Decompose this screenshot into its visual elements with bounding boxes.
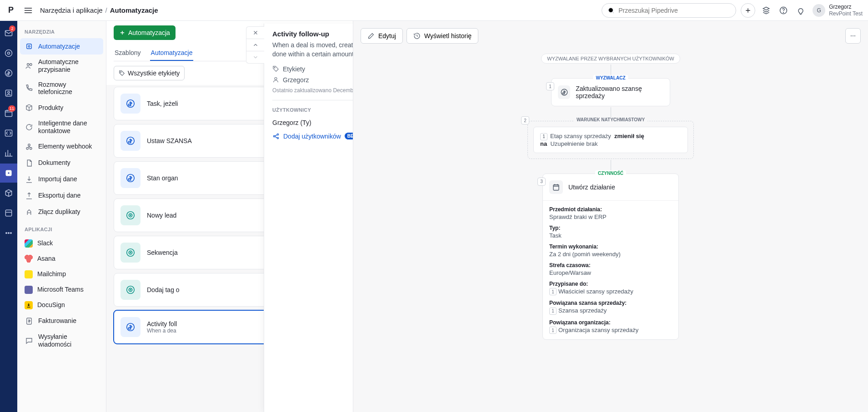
more-menu[interactable] bbox=[845, 28, 861, 44]
edit-button[interactable]: Edytuj bbox=[361, 28, 403, 44]
sidebar-item-merge[interactable]: Złącz duplikaty bbox=[20, 204, 103, 220]
sidebar-item-calls[interactable]: Rozmowy telefoniczne bbox=[20, 77, 103, 100]
svg-point-45 bbox=[851, 35, 852, 36]
help-icon[interactable] bbox=[778, 5, 789, 16]
labels-filter[interactable]: Wszystkie etykiety bbox=[114, 66, 185, 80]
mailchimp-icon bbox=[25, 270, 33, 278]
sidebar-item-webhooks[interactable]: Elementy webhook bbox=[20, 139, 103, 155]
assignment-icon bbox=[25, 61, 34, 70]
svg-point-19 bbox=[27, 64, 30, 66]
rail-automations[interactable] bbox=[0, 164, 17, 183]
target-icon bbox=[120, 205, 140, 225]
flow-canvas[interactable]: Edytuj Wyświetl historię WYZWALANE PRZEZ… bbox=[353, 21, 868, 412]
sidebar-item-assignment[interactable]: Automatyczne przypisanie bbox=[20, 55, 103, 77]
add-button[interactable] bbox=[741, 3, 755, 18]
field-label: Termin wykonania: bbox=[549, 243, 672, 250]
svg-point-14 bbox=[6, 233, 7, 234]
rail-projects[interactable] bbox=[0, 124, 17, 143]
rail-leads[interactable] bbox=[0, 44, 17, 63]
inline-num: 1 bbox=[549, 288, 557, 295]
user-menu[interactable]: G Grzegorz RevPoint Test bbox=[813, 4, 863, 17]
sidebar-item-smartdata[interactable]: Inteligentne dane kontaktowe bbox=[20, 116, 103, 139]
sidebar-item-import[interactable]: Importuj dane bbox=[20, 171, 103, 188]
details-owner-row: Grzegorz bbox=[272, 76, 353, 84]
sidebar-app-teams[interactable]: Microsoft Teams bbox=[20, 282, 103, 298]
sidebar-item-export[interactable]: Eksportuj dane bbox=[20, 188, 103, 204]
deal-icon bbox=[120, 94, 140, 114]
svg-point-8 bbox=[8, 91, 10, 93]
sidebar-app-asana[interactable]: Asana bbox=[20, 251, 103, 267]
assistant-icon[interactable] bbox=[795, 5, 806, 16]
flow-condition-node[interactable]: 1Etap szansy sprzedaży zmienił się na Uz… bbox=[533, 127, 688, 153]
node-number: 1 bbox=[546, 82, 554, 90]
sidebar-item-label: DocuSign bbox=[37, 301, 65, 309]
user-name: Grzegorz bbox=[829, 4, 863, 10]
flow-trigger-node[interactable]: 1 WYZWALACZ Zaktualizowano szansę sprzed… bbox=[551, 78, 670, 106]
field-value: Europe/Warsaw bbox=[549, 269, 672, 276]
rail-insights[interactable] bbox=[0, 144, 17, 163]
tag-icon bbox=[272, 65, 279, 72]
rail-mail[interactable]: 2 bbox=[0, 24, 17, 43]
merge-icon bbox=[25, 208, 34, 217]
details-user-row: Grzegorz (Ty) Aktywny bbox=[272, 119, 353, 126]
sidebar-app-messaging[interactable]: Wysyłanie wiadomości bbox=[20, 329, 103, 352]
node-title: Utwórz działanie bbox=[568, 184, 615, 191]
add-automation-button[interactable]: Automatyzacja bbox=[114, 25, 176, 40]
user-org: RevPoint Test bbox=[829, 10, 863, 17]
sidebar-item-documents[interactable]: Dokumenty bbox=[20, 155, 103, 171]
search-input[interactable] bbox=[618, 7, 730, 14]
svg-rect-49 bbox=[553, 184, 559, 190]
sidebar-item-label: Fakturowanie bbox=[38, 317, 76, 325]
sidebar-item-products[interactable]: Produkty bbox=[20, 99, 103, 116]
field-label: Przypisane do: bbox=[549, 281, 672, 287]
node-tag: CZYNNOŚĆ bbox=[595, 170, 626, 176]
card-title: Nowy lead bbox=[147, 212, 176, 219]
app-logo[interactable]: P bbox=[5, 5, 16, 16]
svg-point-33 bbox=[129, 251, 132, 254]
menu-toggle-icon[interactable] bbox=[22, 4, 35, 17]
rail-marketplace[interactable] bbox=[0, 204, 17, 223]
sidebar-item-label: Wysyłanie wiadomości bbox=[38, 333, 99, 348]
details-nav bbox=[246, 26, 264, 64]
flow-action-node[interactable]: 3 CZYNNOŚĆ Utwórz działanie Przedmiot dz… bbox=[542, 174, 679, 340]
search-input-wrap[interactable] bbox=[602, 3, 736, 18]
history-button[interactable]: Wyświetl historię bbox=[406, 28, 478, 44]
avatar: G bbox=[813, 4, 825, 17]
flow-chip-triggered-by: WYZWALANE PRZEZ WYBRANYCH UŻYTKOWNIKÓW bbox=[541, 54, 680, 64]
breadcrumb-parent[interactable]: Narzędzia i aplikacje bbox=[40, 6, 103, 14]
sidebar-item-label: Microsoft Teams bbox=[37, 286, 84, 293]
add-users-button[interactable]: Dodaj użytkowników BETA bbox=[272, 133, 353, 140]
svg-point-32 bbox=[127, 249, 135, 257]
svg-point-31 bbox=[130, 215, 131, 216]
sidebar-item-label: Dokumenty bbox=[38, 159, 70, 167]
details-description: When a deal is moved, create an activity… bbox=[272, 40, 353, 59]
sidebar-app-docusign[interactable]: DocuSign bbox=[20, 298, 103, 313]
rail-deals[interactable] bbox=[0, 64, 17, 83]
tab-templates[interactable]: Szablony bbox=[114, 45, 142, 61]
sidebar-item-automations[interactable]: Automatyzacje bbox=[20, 38, 103, 55]
svg-point-16 bbox=[10, 233, 12, 234]
svg-point-47 bbox=[854, 35, 855, 36]
chevron-down-icon[interactable] bbox=[246, 51, 264, 63]
marketplace-icon[interactable] bbox=[761, 5, 772, 16]
import-icon bbox=[25, 175, 34, 184]
sidebar-item-label: Importuj dane bbox=[38, 175, 77, 183]
rail-more[interactable] bbox=[0, 223, 17, 243]
details-labels-row[interactable]: Etykiety bbox=[272, 65, 353, 73]
rail-contacts[interactable] bbox=[0, 84, 17, 103]
sidebar-app-slack[interactable]: Slack bbox=[20, 236, 103, 251]
close-icon[interactable] bbox=[246, 27, 264, 39]
chevron-up-icon[interactable] bbox=[246, 39, 264, 51]
details-labels-text: Etykiety bbox=[283, 65, 305, 73]
invoice-icon bbox=[25, 317, 34, 326]
svg-rect-17 bbox=[27, 44, 32, 49]
tab-automations[interactable]: Automatyzacje bbox=[150, 45, 194, 61]
card-title: Dodaj tag o bbox=[147, 286, 180, 293]
sidebar-app-mailchimp[interactable]: Mailchimp bbox=[20, 267, 103, 282]
field-value: Sprawdź braki w ERP bbox=[549, 213, 672, 220]
rail-products[interactable] bbox=[0, 184, 17, 203]
details-user-name: Grzegorz (Ty) bbox=[272, 119, 311, 126]
rail-calendar[interactable]: 11 bbox=[0, 104, 17, 123]
svg-point-36 bbox=[129, 288, 132, 291]
sidebar-app-invoicing[interactable]: Fakturowanie bbox=[20, 313, 103, 329]
